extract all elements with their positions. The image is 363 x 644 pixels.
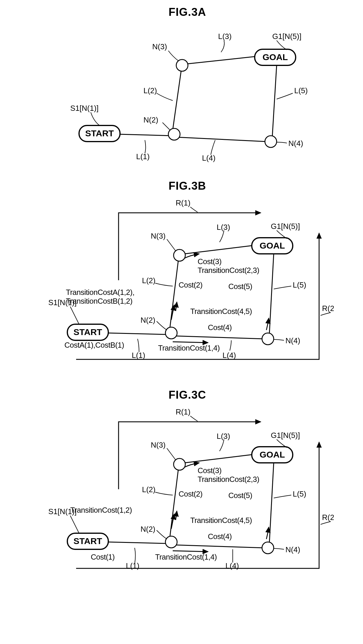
- fig-3a-title: FIG.3A: [6, 6, 363, 18]
- l1-label: L(1): [136, 152, 150, 161]
- fig-3a-svg: START GOAL S1[N(1: [56, 21, 319, 168]
- cost3: Cost(3): [198, 466, 222, 475]
- r1-label: R(1): [176, 198, 191, 207]
- l5-label: L(5): [293, 490, 306, 498]
- node-n4: [262, 333, 274, 345]
- r2-label: R(2): [322, 513, 334, 522]
- goal-label: GOAL: [263, 52, 288, 62]
- n4-label: N(4): [285, 545, 300, 554]
- cost4: Cost(4): [208, 323, 232, 332]
- l3-label: L(3): [217, 432, 230, 441]
- tc23: TransitionCost(2,3): [198, 475, 259, 484]
- cost5: Cost(5): [228, 282, 252, 291]
- l4-label: L(4): [202, 154, 215, 162]
- fig-3b-svg: R(1) R(2) START GOAL: [41, 195, 334, 377]
- r2-label: R(2): [322, 304, 334, 313]
- l2-label: L(2): [142, 485, 155, 494]
- fig-3b-title: FIG.3B: [6, 180, 363, 192]
- n2-label: N(2): [143, 115, 158, 124]
- l1-label: L(1): [132, 351, 145, 360]
- tc12: TransitionCost(1,2): [70, 506, 132, 514]
- n4-label: N(4): [288, 139, 303, 148]
- g1-label: G1[N(5)]: [271, 222, 300, 231]
- l5-label: L(5): [293, 281, 306, 289]
- node-n4: [262, 542, 274, 554]
- start-label: START: [73, 327, 102, 337]
- tc45: TransitionCost(4,5): [190, 307, 252, 316]
- l3-label: L(3): [217, 223, 230, 232]
- goal-label: GOAL: [260, 241, 285, 250]
- l4-label: L(4): [222, 351, 236, 360]
- node-n3: [176, 60, 188, 71]
- node-n3: [174, 249, 185, 261]
- n3-label: N(3): [152, 42, 167, 51]
- costA1B1: CostA(1),CostB(1): [64, 341, 124, 349]
- tcA12: TransitionCostA(1,2),: [66, 288, 134, 297]
- cost5: Cost(5): [228, 491, 252, 500]
- l4-label: L(4): [225, 561, 239, 570]
- g1-label: G1[N(5)]: [272, 32, 302, 41]
- figure-3b: FIG.3B R(1) R(2) START GOAL: [6, 180, 363, 377]
- node-n2: [168, 128, 180, 140]
- l2-label: L(2): [143, 86, 157, 95]
- cost4: Cost(4): [208, 532, 232, 541]
- l1-label: L(1): [126, 561, 139, 570]
- s1-label: S1[N(1)]: [70, 104, 99, 113]
- node-n4: [265, 136, 277, 147]
- n4-label: N(4): [285, 336, 300, 345]
- tc23: TransitionCost(2,3): [198, 266, 259, 275]
- figure-3a: FIG.3A START GOAL: [6, 6, 363, 168]
- n3-label: N(3): [151, 232, 166, 240]
- node-n3: [174, 458, 185, 470]
- fig-3c-svg: R(1) R(2) START GOAL: [41, 404, 334, 586]
- n3-label: N(3): [151, 441, 166, 449]
- cost2: Cost(2): [179, 490, 203, 498]
- tc45: TransitionCost(4,5): [190, 516, 252, 525]
- tc14: TransitionCost(1,4): [155, 553, 217, 561]
- start-label: START: [73, 536, 102, 546]
- fig-3c-title: FIG.3C: [6, 389, 363, 401]
- goal-label: GOAL: [260, 450, 285, 459]
- node-n2: [165, 327, 177, 339]
- n2-label: N(2): [141, 316, 155, 324]
- cost2: Cost(2): [179, 281, 203, 289]
- g1-label: G1[N(5)]: [271, 431, 300, 440]
- tcB12: TransitionCostB(1,2): [66, 297, 132, 305]
- l3-label: L(3): [218, 32, 232, 41]
- cost3: Cost(3): [198, 257, 222, 266]
- n2-label: N(2): [141, 525, 155, 533]
- r1-label: R(1): [176, 407, 191, 416]
- tc14: TransitionCost(1,4): [158, 344, 220, 352]
- cost1: Cost(1): [91, 553, 115, 561]
- start-label: START: [85, 128, 114, 138]
- figure-3c: FIG.3C R(1) R(2) START GOAL: [6, 389, 363, 586]
- l2-label: L(2): [142, 276, 155, 285]
- node-n2: [165, 536, 177, 548]
- l5-label: L(5): [294, 86, 308, 95]
